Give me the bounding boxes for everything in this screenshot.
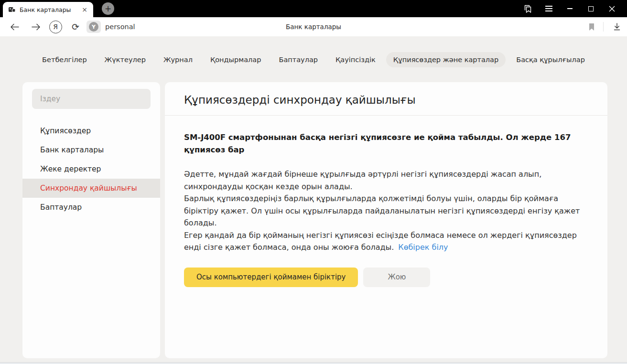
bookmarks-panel-icon[interactable] — [517, 0, 538, 17]
window-bottom-edge — [0, 362, 627, 364]
tab-bar: Банк карталары × + — [0, 0, 627, 17]
downloads-icon[interactable] — [609, 17, 625, 36]
tab-close-icon[interactable]: × — [80, 5, 89, 14]
search-input[interactable] — [32, 89, 151, 109]
yandex-logo-icon[interactable]: Я — [46, 17, 65, 36]
sidebar: Құпиясөздер Банк карталары Жеке деректер… — [22, 82, 160, 358]
description-paragraph: Әдетте, мұндай жағдай бірнеше құрылғыда … — [184, 168, 588, 193]
nav-tab-passwords-and-cards[interactable]: Құпиясөздер және карталар — [386, 52, 506, 67]
tab-title: Банк карталары — [20, 6, 80, 13]
plus-icon: + — [105, 5, 111, 13]
description-paragraph: Барлық құпиясөздеріңіз барлық құрылғылар… — [184, 193, 588, 229]
main-panel: Құпиясөздерді синхрондау қайшылығы SM-J4… — [165, 82, 607, 358]
section-heading: Құпиясөздерді синхрондау қайшылығы — [184, 94, 588, 106]
close-window-button[interactable] — [601, 0, 622, 17]
sidebar-item-personal-data[interactable]: Жеке деректер — [22, 160, 160, 179]
protect-badge-label: personal — [105, 23, 135, 31]
nav-tab-extensions[interactable]: Қондырмалар — [203, 52, 269, 67]
settings-nav: Бетбелгілер Жүктеулер Журнал Қондырмалар… — [0, 36, 627, 67]
menu-icon[interactable] — [538, 0, 559, 17]
protect-badge[interactable]: Y personal — [86, 21, 135, 33]
sidebar-item-sync-conflict[interactable]: Синхрондау қайшылығы — [22, 179, 160, 198]
toolbar-separator — [603, 22, 604, 32]
merge-vault-button[interactable]: Осы компьютердегі қоймамен біріктіру — [184, 268, 358, 287]
conflict-description: Әдетте, мұндай жағдай бірнеше құрылғыда … — [184, 168, 588, 254]
nav-tab-security[interactable]: Қауіпсіздік — [328, 52, 383, 67]
minimize-button[interactable] — [559, 0, 580, 17]
content-area: Құпиясөздер Банк карталары Жеке деректер… — [22, 82, 607, 358]
nav-tab-history[interactable]: Журнал — [156, 52, 200, 67]
nav-tab-downloads[interactable]: Жүктеулер — [97, 52, 153, 67]
forward-button[interactable] — [26, 17, 45, 36]
nav-tab-bookmarks[interactable]: Бетбелгілер — [35, 52, 94, 67]
nav-tab-settings[interactable]: Баптаулар — [271, 52, 325, 67]
refresh-icon: ⟳ — [72, 22, 79, 32]
sidebar-list: Құпиясөздер Банк карталары Жеке деректер… — [22, 121, 160, 217]
conflict-summary: SM-J400F смартфонынан басқа негізгі құпи… — [184, 131, 588, 156]
delete-vault-button[interactable]: Жою — [363, 268, 430, 287]
description-paragraph: Егер қандай да бір қойманың негізгі құпи… — [184, 229, 588, 254]
nav-tab-other-devices[interactable]: Басқа құрылғылар — [509, 52, 592, 67]
browser-window: Банк карталары × + — [0, 0, 627, 364]
window-controls — [517, 0, 622, 17]
new-tab-button[interactable]: + — [102, 2, 114, 15]
maximize-button[interactable] — [580, 0, 601, 17]
sidebar-item-passwords[interactable]: Құпиясөздер — [22, 121, 160, 140]
learn-more-link[interactable]: Көбірек білу — [398, 243, 448, 252]
protect-shield-icon: Y — [86, 21, 101, 33]
passwords-favicon-icon — [8, 6, 16, 13]
address-bar: Я ⟳ Y personal Банк карталары — [0, 17, 627, 36]
back-button[interactable] — [5, 17, 24, 36]
refresh-button[interactable]: ⟳ — [67, 17, 84, 36]
sidebar-item-bank-cards[interactable]: Банк карталары — [22, 140, 160, 160]
browser-tab[interactable]: Банк карталары × — [3, 2, 93, 17]
settings-page: Бетбелгілер Жүктеулер Журнал Қондырмалар… — [0, 36, 627, 364]
bookmark-flag-icon[interactable] — [584, 17, 599, 36]
heading-divider — [165, 115, 607, 116]
sidebar-item-settings[interactable]: Баптаулар — [22, 198, 160, 217]
action-buttons: Осы компьютердегі қоймамен біріктіру Жою — [184, 268, 588, 287]
